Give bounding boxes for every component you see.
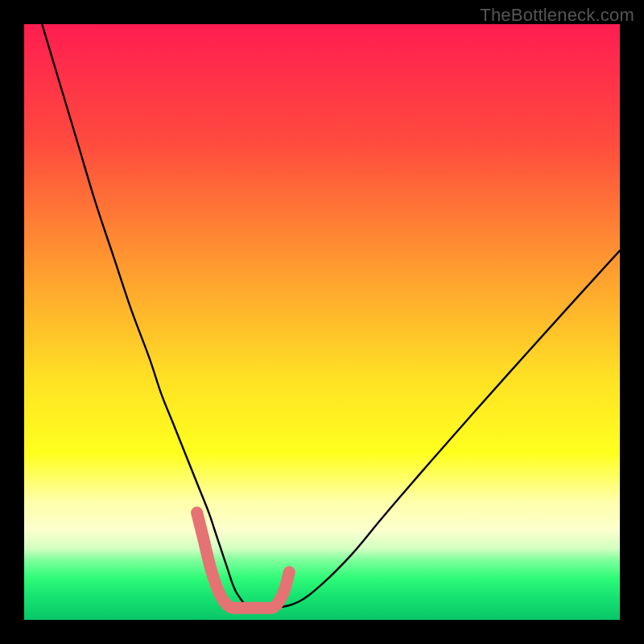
plot-area <box>24 24 620 620</box>
gradient-background <box>24 24 620 620</box>
watermark-text: TheBottleneck.com <box>480 5 634 26</box>
chart-svg <box>24 24 620 620</box>
chart-container: TheBottleneck.com <box>0 0 644 644</box>
